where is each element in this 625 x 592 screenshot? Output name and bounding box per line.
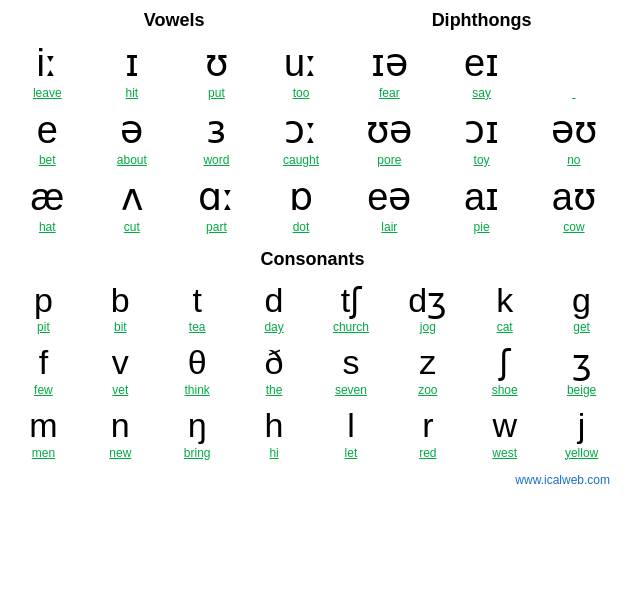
- ipa-cell: w west: [466, 403, 543, 466]
- ipa-symbol: ɜ: [206, 110, 226, 152]
- ipa-symbol: ʒ: [572, 344, 592, 381]
- ipa-cell: z zoo: [389, 340, 466, 403]
- ipa-word: let: [345, 446, 358, 460]
- ipa-symbol: d: [265, 282, 284, 319]
- ipa-symbol: aʊ: [552, 177, 596, 219]
- ipa-cell: b bit: [82, 278, 159, 341]
- ipa-symbol: l: [347, 407, 355, 444]
- ipa-symbol: z: [419, 344, 436, 381]
- ipa-word: yellow: [565, 446, 598, 460]
- ipa-word: pie: [474, 220, 490, 234]
- ipa-symbol: v: [112, 344, 129, 381]
- ipa-cell: ɔɪ toy: [436, 106, 528, 173]
- ipa-word: seven: [335, 383, 367, 397]
- ipa-word: cow: [563, 220, 584, 234]
- ipa-cell: ʊə pore: [343, 106, 435, 173]
- ipa-cell: uː too: [259, 39, 344, 106]
- ipa-cell: tʃ church: [313, 278, 390, 341]
- diphthongs-section: Diphthongs ɪə fear eɪ say ʊə: [343, 10, 620, 241]
- ipa-symbol: f: [39, 344, 48, 381]
- ipa-word: bet: [39, 153, 56, 167]
- ipa-symbol: æ: [30, 177, 64, 219]
- ipa-cell: f few: [5, 340, 82, 403]
- ipa-cell: ŋ bring: [159, 403, 236, 466]
- ipa-symbol: ŋ: [188, 407, 207, 444]
- ipa-word: hit: [126, 86, 139, 100]
- ipa-word: leave: [33, 86, 62, 100]
- ipa-word: pore: [377, 153, 401, 167]
- ipa-word: few: [34, 383, 53, 397]
- ipa-word: put: [208, 86, 225, 100]
- ipa-word: shoe: [492, 383, 518, 397]
- consonants-grid: p pit b bit t tea d day tʃ church dʒ jog: [5, 278, 620, 466]
- ipa-word: tea: [189, 320, 206, 334]
- website-link[interactable]: www.icalweb.com: [515, 473, 610, 487]
- ipa-cell: əʊ no: [528, 106, 620, 173]
- ipa-cell: m men: [5, 403, 82, 466]
- ipa-cell: h hi: [236, 403, 313, 466]
- ipa-cell: ʃ shoe: [466, 340, 543, 403]
- ipa-word: jog: [420, 320, 436, 334]
- ipa-word: part: [206, 220, 227, 234]
- page: Vowels iː leave ɪ hit ʊ put uː too: [0, 0, 625, 498]
- ipa-word: cut: [124, 220, 140, 234]
- ipa-cell: l let: [313, 403, 390, 466]
- ipa-symbol: tʃ: [341, 282, 361, 319]
- ipa-word: bit: [114, 320, 127, 334]
- top-sections: Vowels iː leave ɪ hit ʊ put uː too: [5, 10, 620, 241]
- ipa-symbol: ɔː: [284, 110, 318, 152]
- ipa-symbol: k: [496, 282, 513, 319]
- ipa-word: church: [333, 320, 369, 334]
- ipa-word: fear: [379, 86, 400, 100]
- ipa-cell: θ think: [159, 340, 236, 403]
- vowels-title: Vowels: [5, 10, 343, 31]
- ipa-symbol: ɑː: [198, 177, 235, 219]
- ipa-word: bring: [184, 446, 211, 460]
- ipa-word: zoo: [418, 383, 437, 397]
- ipa-symbol: p: [34, 282, 53, 319]
- ipa-symbol: əʊ: [551, 110, 597, 152]
- ipa-symbol: s: [342, 344, 359, 381]
- ipa-symbol: iː: [37, 43, 58, 85]
- ipa-cell: ʊ put: [174, 39, 259, 106]
- ipa-cell: v vet: [82, 340, 159, 403]
- ipa-word: caught: [283, 153, 319, 167]
- ipa-word: get: [573, 320, 590, 334]
- ipa-cell: g get: [543, 278, 620, 341]
- vowels-section: Vowels iː leave ɪ hit ʊ put uː too: [5, 10, 343, 241]
- ipa-cell: iː leave: [5, 39, 90, 106]
- ipa-cell: eə lair: [343, 173, 435, 240]
- ipa-symbol: ɒ: [289, 177, 313, 219]
- ipa-symbol: ɪə: [371, 43, 408, 85]
- ipa-symbol: aɪ: [464, 177, 499, 219]
- ipa-symbol: ə: [120, 110, 143, 152]
- ipa-cell: ɜ word: [174, 106, 259, 173]
- ipa-symbol: m: [29, 407, 57, 444]
- ipa-symbol: n: [111, 407, 130, 444]
- ipa-cell: k cat: [466, 278, 543, 341]
- ipa-word: vet: [112, 383, 128, 397]
- ipa-symbol: t: [192, 282, 201, 319]
- ipa-word: new: [109, 446, 131, 460]
- ipa-word: beige: [567, 383, 596, 397]
- ipa-cell: aɪ pie: [436, 173, 528, 240]
- ipa-cell: t tea: [159, 278, 236, 341]
- ipa-word: cat: [497, 320, 513, 334]
- ipa-symbol: ʊ: [205, 43, 228, 85]
- ipa-cell: ɪ hit: [90, 39, 175, 106]
- ipa-word: word: [203, 153, 229, 167]
- vowels-grid: iː leave ɪ hit ʊ put uː too e: [5, 39, 343, 241]
- ipa-symbol: w: [492, 407, 517, 444]
- ipa-cell: p pit: [5, 278, 82, 341]
- ipa-symbol: θ: [188, 344, 207, 381]
- ipa-cell: ɪə fear: [343, 39, 435, 106]
- ipa-cell: ð the: [236, 340, 313, 403]
- ipa-cell: ɑː part: [174, 173, 259, 240]
- ipa-cell: æ hat: [5, 173, 90, 240]
- ipa-symbol: ʊə: [366, 110, 412, 152]
- ipa-symbol: h: [265, 407, 284, 444]
- ipa-word: think: [185, 383, 210, 397]
- ipa-word: [572, 86, 575, 100]
- ipa-symbol: ʌ: [121, 177, 143, 219]
- ipa-cell: r red: [389, 403, 466, 466]
